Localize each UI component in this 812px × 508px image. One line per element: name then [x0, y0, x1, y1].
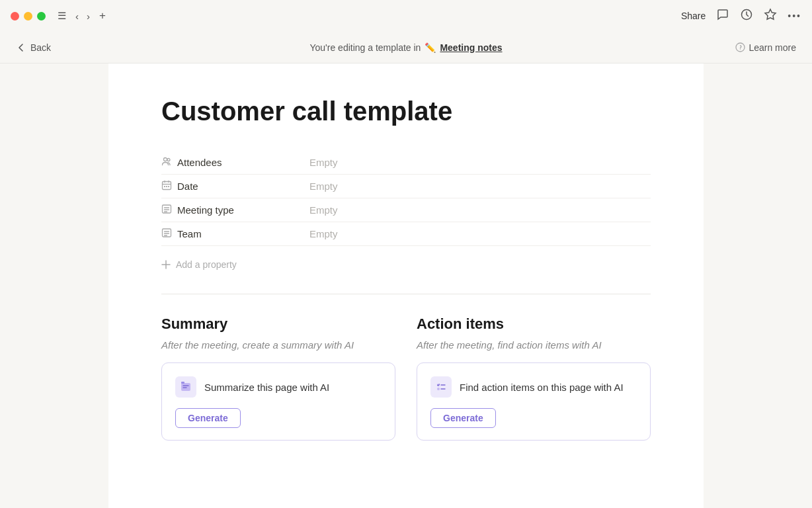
breadcrumb-bar: Back You're editing a template in ✏️ Mee… — [0, 32, 812, 64]
traffic-lights — [11, 12, 46, 21]
share-button[interactable]: Share — [681, 11, 706, 21]
nav-arrows: ‹ › — [73, 9, 93, 23]
svg-point-2 — [740, 49, 741, 50]
svg-point-1 — [736, 43, 745, 52]
learn-more-button[interactable]: Learn more — [735, 42, 796, 53]
main-content: Customer call template Attendees Empty — [108, 64, 704, 508]
help-circle-icon — [735, 42, 745, 52]
property-value-date: Empty — [309, 181, 338, 192]
back-arrow-icon — [16, 42, 26, 53]
summary-title: Summary — [161, 316, 395, 333]
back-arrow-icon[interactable]: ‹ — [73, 9, 81, 23]
action-items-description: After the meeting, find action items wit… — [417, 339, 651, 351]
property-name-date: Date — [177, 181, 309, 192]
history-icon[interactable] — [740, 8, 753, 24]
property-name-team: Team — [177, 228, 309, 239]
svg-rect-6 — [164, 186, 165, 187]
people-icon — [161, 156, 177, 169]
property-name-meeting-type: Meeting type — [177, 204, 309, 216]
title-bar-right: Share ••• — [681, 8, 801, 24]
action-items-card: Find action items on this page with AI G… — [417, 362, 651, 441]
summary-card-header: Summarize this page with AI — [175, 376, 382, 398]
property-row-team[interactable]: Team Empty — [161, 222, 651, 246]
plus-icon — [161, 260, 171, 269]
action-items-title: Action items — [417, 316, 651, 333]
comment-icon[interactable] — [716, 8, 729, 24]
maximize-button[interactable] — [37, 12, 46, 21]
summary-section: Summary After the meeting, create a summ… — [161, 316, 395, 441]
summarize-icon — [175, 376, 196, 398]
property-value-meeting-type: Empty — [309, 204, 338, 216]
breadcrumb-center: You're editing a template in ✏️ Meeting … — [309, 42, 502, 53]
add-property-label: Add a property — [176, 259, 237, 270]
star-icon[interactable] — [764, 8, 777, 24]
summary-description: After the meeting, create a summary with… — [161, 339, 395, 351]
svg-point-14 — [437, 388, 440, 390]
add-property-button[interactable]: Add a property — [161, 254, 651, 275]
close-button[interactable] — [11, 12, 19, 21]
window-controls: ☰ ‹ › + — [58, 9, 106, 23]
property-row-meeting-type[interactable]: Meeting type Empty — [161, 198, 651, 222]
summary-card: Summarize this page with AI Generate — [161, 362, 395, 441]
svg-rect-8 — [168, 186, 169, 187]
learn-more-label: Learn more — [749, 42, 796, 53]
svg-rect-5 — [163, 182, 171, 190]
more-options-icon[interactable]: ••• — [788, 11, 801, 21]
action-items-icon — [430, 376, 452, 398]
list-icon-team — [161, 228, 177, 240]
action-items-card-text: Find action items on this page with AI — [460, 382, 624, 393]
action-items-generate-button[interactable]: Generate — [430, 408, 496, 428]
page-title: Customer call template — [161, 95, 651, 127]
action-items-section: Action items After the meeting, find act… — [417, 316, 651, 441]
svg-rect-7 — [166, 186, 167, 187]
forward-arrow-icon[interactable]: › — [84, 9, 93, 23]
list-icon-meeting-type — [161, 204, 177, 216]
property-row-date[interactable]: Date Empty — [161, 175, 651, 198]
back-button[interactable]: Back — [16, 42, 51, 53]
svg-point-3 — [164, 158, 167, 161]
svg-rect-12 — [181, 382, 184, 384]
ai-sections: Summary After the meeting, create a summ… — [161, 316, 651, 441]
summary-card-text: Summarize this page with AI — [204, 382, 329, 393]
property-name-attendees: Attendees — [177, 157, 309, 168]
summary-generate-button[interactable]: Generate — [175, 408, 241, 428]
property-row-attendees[interactable]: Attendees Empty — [161, 151, 651, 175]
calendar-icon — [161, 180, 177, 192]
template-name-link[interactable]: Meeting notes — [440, 42, 502, 53]
editing-text: You're editing a template in — [309, 42, 421, 53]
svg-rect-11 — [181, 383, 190, 391]
svg-point-4 — [167, 159, 170, 161]
property-value-attendees: Empty — [309, 157, 338, 168]
properties-table: Attendees Empty Date Empty — [161, 151, 651, 246]
new-page-icon[interactable]: + — [99, 9, 106, 22]
property-value-team: Empty — [309, 228, 338, 239]
title-bar: ☰ ‹ › + Share ••• — [0, 0, 812, 32]
action-items-card-header: Find action items on this page with AI — [430, 376, 637, 398]
pencil-emoji: ✏️ — [425, 42, 436, 53]
hamburger-icon[interactable]: ☰ — [58, 10, 66, 22]
section-divider — [161, 294, 651, 294]
minimize-button[interactable] — [24, 12, 32, 21]
back-label: Back — [30, 42, 51, 53]
